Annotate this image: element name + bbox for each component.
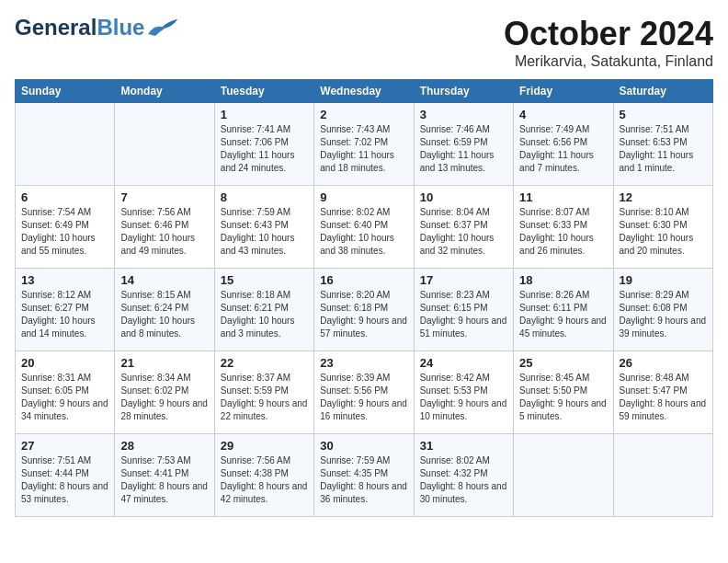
day-info: Sunrise: 7:53 AMSunset: 4:41 PMDaylight:… — [120, 454, 208, 506]
day-number: 26 — [620, 356, 707, 370]
day-info: Sunrise: 8:12 AMSunset: 6:27 PMDaylight:… — [21, 289, 108, 340]
day-info: Sunrise: 8:10 AMSunset: 6:30 PMDaylight:… — [620, 206, 707, 258]
day-info: Sunrise: 8:42 AMSunset: 5:53 PMDaylight:… — [420, 372, 507, 423]
calendar-cell — [16, 103, 115, 186]
calendar-table: SundayMondayTuesdayWednesdayThursdayFrid… — [15, 79, 713, 517]
day-number: 23 — [320, 356, 407, 370]
calendar-cell: 3Sunrise: 7:46 AMSunset: 6:59 PMDaylight… — [414, 103, 513, 186]
day-number: 14 — [120, 273, 208, 287]
day-number: 28 — [120, 439, 208, 453]
calendar-cell: 9Sunrise: 8:02 AMSunset: 6:40 PMDaylight… — [314, 186, 414, 269]
day-info: Sunrise: 7:54 AMSunset: 6:49 PMDaylight:… — [21, 206, 108, 258]
day-number: 2 — [320, 108, 407, 121]
day-number: 18 — [519, 273, 607, 287]
day-number: 7 — [120, 190, 208, 204]
page-header: GeneralBlue October 2024 Merikarvia, Sat… — [15, 15, 713, 70]
day-number: 8 — [221, 190, 308, 204]
day-number: 5 — [620, 108, 707, 121]
day-info: Sunrise: 8:23 AMSunset: 6:15 PMDaylight:… — [420, 289, 507, 340]
calendar-cell: 14Sunrise: 8:15 AMSunset: 6:24 PMDayligh… — [115, 269, 214, 351]
day-number: 22 — [221, 356, 308, 370]
col-header-thursday: Thursday — [414, 80, 513, 103]
calendar-cell: 29Sunrise: 7:56 AMSunset: 4:38 PMDayligh… — [214, 434, 313, 517]
calendar-cell: 6Sunrise: 7:54 AMSunset: 6:49 PMDaylight… — [16, 186, 115, 269]
day-number: 10 — [420, 190, 507, 204]
calendar-cell — [613, 434, 712, 517]
day-number: 21 — [120, 356, 208, 370]
calendar-cell: 25Sunrise: 8:45 AMSunset: 5:50 PMDayligh… — [514, 351, 613, 434]
col-header-sunday: Sunday — [16, 80, 115, 103]
day-number: 19 — [620, 273, 707, 287]
day-info: Sunrise: 8:48 AMSunset: 5:47 PMDaylight:… — [620, 372, 707, 423]
day-info: Sunrise: 8:31 AMSunset: 6:05 PMDaylight:… — [21, 372, 108, 423]
day-info: Sunrise: 7:49 AMSunset: 6:56 PMDaylight:… — [519, 123, 607, 175]
logo-blue: Blue — [97, 15, 144, 40]
calendar-cell: 12Sunrise: 8:10 AMSunset: 6:30 PMDayligh… — [613, 186, 712, 269]
month-title: October 2024 — [504, 15, 713, 53]
logo-general: General — [15, 15, 97, 40]
day-info: Sunrise: 7:56 AMSunset: 4:38 PMDaylight:… — [221, 454, 308, 506]
day-number: 6 — [21, 190, 108, 204]
calendar-cell: 17Sunrise: 8:23 AMSunset: 6:15 PMDayligh… — [414, 269, 513, 351]
day-number: 11 — [519, 190, 607, 204]
day-number: 29 — [221, 439, 308, 453]
day-info: Sunrise: 7:51 AMSunset: 4:44 PMDaylight:… — [21, 454, 108, 506]
day-number: 13 — [21, 273, 108, 287]
day-number: 25 — [519, 356, 607, 370]
calendar-cell: 1Sunrise: 7:41 AMSunset: 7:06 PMDaylight… — [214, 103, 313, 186]
calendar-cell: 22Sunrise: 8:37 AMSunset: 5:59 PMDayligh… — [214, 351, 313, 434]
week-row-4: 20Sunrise: 8:31 AMSunset: 6:05 PMDayligh… — [16, 351, 713, 434]
day-info: Sunrise: 8:39 AMSunset: 5:56 PMDaylight:… — [320, 372, 407, 423]
week-row-1: 1Sunrise: 7:41 AMSunset: 7:06 PMDaylight… — [16, 103, 713, 186]
col-header-saturday: Saturday — [613, 80, 712, 103]
calendar-cell: 5Sunrise: 7:51 AMSunset: 6:53 PMDaylight… — [613, 103, 712, 186]
calendar-cell: 24Sunrise: 8:42 AMSunset: 5:53 PMDayligh… — [414, 351, 513, 434]
day-info: Sunrise: 7:43 AMSunset: 7:02 PMDaylight:… — [320, 123, 407, 175]
col-header-wednesday: Wednesday — [314, 80, 414, 103]
header-row: SundayMondayTuesdayWednesdayThursdayFrid… — [16, 80, 713, 103]
calendar-cell: 31Sunrise: 8:02 AMSunset: 4:32 PMDayligh… — [414, 434, 513, 517]
day-info: Sunrise: 7:56 AMSunset: 6:46 PMDaylight:… — [120, 206, 208, 258]
title-block: October 2024 Merikarvia, Satakunta, Finl… — [504, 15, 713, 70]
calendar-cell: 11Sunrise: 8:07 AMSunset: 6:33 PMDayligh… — [514, 186, 613, 269]
calendar-cell: 28Sunrise: 7:53 AMSunset: 4:41 PMDayligh… — [115, 434, 214, 517]
calendar-body: 1Sunrise: 7:41 AMSunset: 7:06 PMDaylight… — [16, 103, 713, 517]
day-number: 31 — [420, 439, 507, 453]
day-number: 12 — [620, 190, 707, 204]
day-number: 9 — [320, 190, 407, 204]
col-header-monday: Monday — [115, 80, 214, 103]
day-info: Sunrise: 8:15 AMSunset: 6:24 PMDaylight:… — [120, 289, 208, 340]
day-info: Sunrise: 8:29 AMSunset: 6:08 PMDaylight:… — [620, 289, 707, 340]
col-header-friday: Friday — [514, 80, 613, 103]
calendar-cell: 15Sunrise: 8:18 AMSunset: 6:21 PMDayligh… — [214, 269, 313, 351]
calendar-header: SundayMondayTuesdayWednesdayThursdayFrid… — [16, 80, 713, 103]
calendar-cell: 30Sunrise: 7:59 AMSunset: 4:35 PMDayligh… — [314, 434, 414, 517]
day-number: 30 — [320, 439, 407, 453]
day-info: Sunrise: 7:59 AMSunset: 6:43 PMDaylight:… — [221, 206, 308, 258]
day-info: Sunrise: 8:02 AMSunset: 4:32 PMDaylight:… — [420, 454, 507, 506]
day-number: 3 — [420, 108, 507, 121]
calendar-cell: 26Sunrise: 8:48 AMSunset: 5:47 PMDayligh… — [613, 351, 712, 434]
week-row-3: 13Sunrise: 8:12 AMSunset: 6:27 PMDayligh… — [16, 269, 713, 351]
day-number: 16 — [320, 273, 407, 287]
day-info: Sunrise: 8:37 AMSunset: 5:59 PMDaylight:… — [221, 372, 308, 423]
day-info: Sunrise: 8:45 AMSunset: 5:50 PMDaylight:… — [519, 372, 607, 423]
day-info: Sunrise: 8:07 AMSunset: 6:33 PMDaylight:… — [519, 206, 607, 258]
logo-bird-icon — [146, 17, 179, 38]
calendar-cell: 2Sunrise: 7:43 AMSunset: 7:02 PMDaylight… — [314, 103, 414, 186]
day-number: 4 — [519, 108, 607, 121]
day-info: Sunrise: 8:04 AMSunset: 6:37 PMDaylight:… — [420, 206, 507, 258]
day-info: Sunrise: 8:20 AMSunset: 6:18 PMDaylight:… — [320, 289, 407, 340]
calendar-cell: 18Sunrise: 8:26 AMSunset: 6:11 PMDayligh… — [514, 269, 613, 351]
calendar-cell: 23Sunrise: 8:39 AMSunset: 5:56 PMDayligh… — [314, 351, 414, 434]
calendar-cell: 10Sunrise: 8:04 AMSunset: 6:37 PMDayligh… — [414, 186, 513, 269]
calendar-cell — [514, 434, 613, 517]
calendar-cell: 8Sunrise: 7:59 AMSunset: 6:43 PMDaylight… — [214, 186, 313, 269]
day-number: 15 — [221, 273, 308, 287]
calendar-cell: 16Sunrise: 8:20 AMSunset: 6:18 PMDayligh… — [314, 269, 414, 351]
calendar-cell: 19Sunrise: 8:29 AMSunset: 6:08 PMDayligh… — [613, 269, 712, 351]
day-number: 24 — [420, 356, 507, 370]
day-number: 1 — [221, 108, 308, 121]
calendar-cell — [115, 103, 214, 186]
calendar-cell: 4Sunrise: 7:49 AMSunset: 6:56 PMDaylight… — [514, 103, 613, 186]
